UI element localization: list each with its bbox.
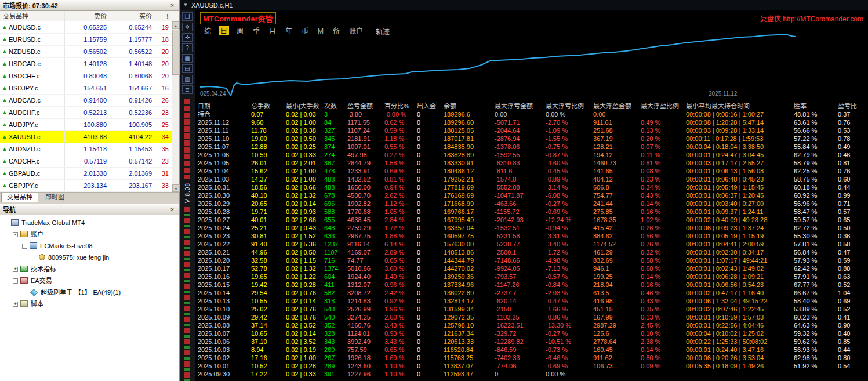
stats-cell: 2025.11.10 — [198, 135, 251, 143]
tab-tick-chart[interactable]: 即时图 — [40, 193, 70, 202]
tree-item[interactable]: -EA交易 — [0, 275, 179, 286]
layout-columns-icon[interactable]: ▥ — [182, 75, 193, 84]
window-menu-icon[interactable]: ▼ — [183, 2, 188, 8]
column-symbol[interactable]: 交易品种 — [0, 11, 65, 21]
restore-window-icon[interactable]: ❐ — [182, 12, 193, 21]
help-icon[interactable]: ? — [182, 43, 193, 52]
stats-cell: 1770.68 — [347, 208, 384, 216]
stats-cell: 2025.10.06 — [198, 338, 251, 346]
column-spread[interactable]: ! — [155, 11, 172, 21]
collapse-icon[interactable]: - — [13, 278, 18, 284]
watermark-link[interactable]: 复盘侠 http://MTCommander.com — [760, 13, 863, 23]
stats-cell: 1312.07 — [347, 281, 384, 289]
tree-item[interactable]: -账户 — [0, 228, 179, 240]
market-watch-row[interactable]: AUDUSD.c0.652250.6524419 — [0, 21, 172, 34]
market-watch-row[interactable]: GBPJPY.c203.134203.16733 — [0, 180, 172, 192]
market-watch-row[interactable]: USDJPY.c154.651154.66716 — [0, 82, 172, 95]
stats-cell: 1924.40 — [347, 273, 384, 281]
stats-cell: 274 — [324, 151, 347, 159]
crosshair-icon[interactable]: ✛ — [182, 33, 193, 42]
market-watch-row[interactable]: USDCAD.c1.401281.4014820 — [0, 58, 172, 70]
stats-cell: -8310.83 — [495, 159, 546, 167]
scroll-down-icon[interactable]: ▼ — [172, 184, 180, 192]
collapse-icon[interactable]: - — [22, 244, 27, 249]
ask-price: 4104.22 — [110, 131, 155, 143]
stats-cell: 488 — [324, 175, 347, 183]
market-watch-row[interactable]: CADCHF.c0.571190.5714223 — [0, 155, 172, 168]
stats-row: 2025.11.0712.880.02 | 0.253741007.010.55… — [198, 143, 868, 151]
stats-cell: 0 — [417, 151, 444, 159]
symbol-name: USDCHF.c — [9, 72, 39, 79]
tree-item[interactable]: -ECMarkets-Live08 — [0, 240, 179, 252]
tree-item[interactable]: +技术指标 — [0, 263, 179, 275]
market-watch-row[interactable]: AUDCHF.c0.522130.5223623 — [0, 107, 172, 119]
tree-item[interactable]: 超级刷单王-【1】-EA(49)(1) — [0, 286, 179, 298]
move-icon[interactable]: ✥ — [182, 23, 193, 31]
stats-cell: 461.29 — [593, 248, 641, 256]
stats-cell: 0.02 | 0.43 — [286, 224, 324, 232]
x-label-start: 025.04.24 — [200, 90, 226, 97]
stats-row: 2025.10.0217.160.02 | 1.002671926.181.69… — [198, 354, 868, 362]
list-icon[interactable]: ≣ — [182, 85, 193, 94]
stats-cell: 0.81 % — [384, 175, 417, 183]
stats-cell: 0.16 % — [641, 281, 686, 289]
stats-cell: 2025.10.16 — [198, 273, 251, 281]
stats-cell: 0.09 % — [641, 362, 686, 370]
stats-cell: 64.63 % — [794, 321, 838, 329]
column-ask[interactable]: 买价 — [110, 11, 155, 21]
column-bid[interactable]: 卖价 — [65, 11, 110, 21]
market-watch-row[interactable]: AUDJPY.c100.880100.90525 — [0, 119, 172, 131]
close-icon[interactable]: × — [168, 206, 176, 213]
stats-column-header: 盈亏比 — [838, 102, 868, 110]
market-watch-row[interactable]: AUDNZD.c1.154181.1545335 — [0, 143, 172, 155]
market-watch-row[interactable]: USDCHF.c0.800480.8006820 — [0, 70, 172, 82]
stats-cell: 0.02 | 1.00 — [286, 167, 324, 175]
expand-icon[interactable]: + — [13, 267, 18, 272]
stats-cell: 540 — [324, 313, 347, 321]
layout-rows-icon[interactable]: ▤ — [182, 64, 193, 73]
stats-cell: 37.10 — [251, 338, 286, 346]
tree-item[interactable]: +脚本 — [0, 298, 179, 310]
expand-icon[interactable]: + — [13, 302, 18, 307]
stats-column-header: 总手数 — [251, 102, 286, 110]
stats-cell: 106.73 — [593, 362, 641, 370]
stats-cell: 0 — [417, 313, 444, 321]
market-watch-scrollbar[interactable]: ▲ ▼ — [172, 21, 179, 192]
collapse-icon[interactable]: - — [13, 232, 18, 237]
stats-cell: 1124.01 — [347, 329, 384, 338]
navigator-panel: 导航 × TradeMax Global MT4-账户-ECMarkets-Li… — [0, 202, 179, 381]
stats-cell: -5238.77 — [495, 240, 546, 248]
stats-row: 2025.11.1111.780.02 | 0.383271107.240.59… — [198, 126, 868, 135]
stats-cell: 328 — [324, 329, 347, 338]
stats-row: 2025.11.0415.620.02 | 1.004781233.910.69… — [198, 167, 868, 175]
stats-cell: 1902.82 — [347, 199, 384, 208]
stats-cell: 183330.91 — [444, 159, 495, 167]
stats-cell: 0.32 % — [641, 248, 686, 256]
stats-cell: 113837.07 — [444, 362, 495, 370]
stats-cell: 884.62 — [593, 232, 641, 240]
stats-cell: 5010.66 — [347, 264, 384, 273]
grid-icon[interactable]: ▦ — [182, 54, 193, 63]
scroll-thumb[interactable] — [172, 30, 180, 75]
spread-value: 35 — [155, 143, 172, 155]
stats-cell: -10.51 % — [546, 338, 593, 346]
market-watch-row[interactable]: EURUSD.c1.157591.1577718 — [0, 34, 172, 46]
market-watch-row[interactable]: GBPAUD.c2.013382.0136931 — [0, 168, 172, 180]
market-watch-row[interactable]: AUDCAD.c0.914000.9142626 — [0, 95, 172, 107]
scroll-up-icon[interactable]: ▲ — [172, 21, 179, 29]
bid-price: 1.15759 — [65, 34, 110, 45]
symbol-name: AUDUSD.c — [9, 24, 41, 31]
close-icon[interactable]: × — [168, 2, 176, 9]
bid-price: 0.65225 — [65, 21, 110, 33]
tab-symbols[interactable]: 交易品种 — [1, 193, 38, 202]
tree-item[interactable]: TradeMax Global MT4 — [0, 217, 179, 228]
tree-item[interactable]: 8009575: xue feng jin — [0, 252, 179, 263]
stats-cell: 0.02 | 2.01 — [286, 159, 324, 167]
market-watch-row[interactable]: XAUUSD.c4103.884104.2234 — [0, 131, 172, 143]
market-watch-row[interactable]: NZDUSD.c0.565020.5652220 — [0, 46, 172, 58]
stats-cell: 00:00:01 | 0:02:30 | 0:34:17 — [686, 248, 794, 256]
stats-cell: 327 — [324, 126, 347, 135]
market-watch-tabs: 交易品种 即时图 — [0, 192, 179, 202]
stats-cell: 0.16 % — [641, 208, 686, 216]
stats-cell: 84 — [324, 118, 347, 126]
